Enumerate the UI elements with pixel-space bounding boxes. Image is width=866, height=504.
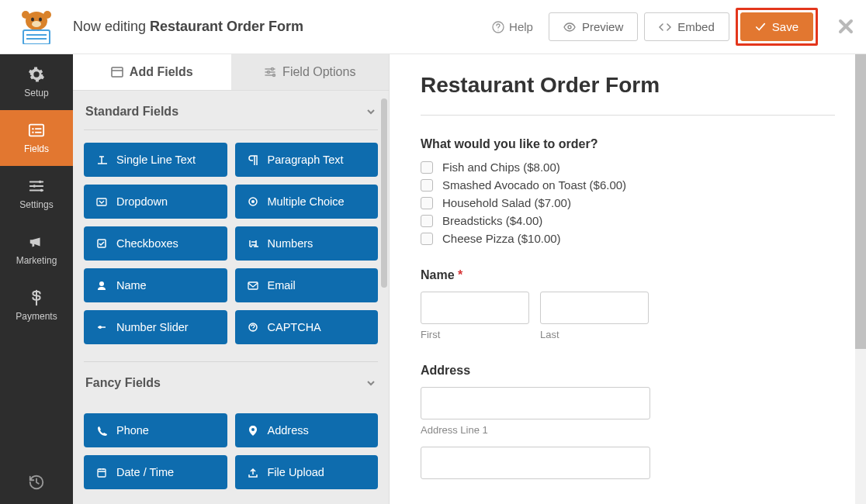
fancy-fields-grid: PhoneAddressDate / TimeFile Upload: [84, 401, 378, 489]
form-name: Restaurant Order Form: [150, 19, 303, 34]
checkbox-icon: [421, 233, 433, 245]
field-type-icon: [96, 196, 107, 207]
section-standard[interactable]: Standard Fields: [84, 91, 378, 130]
standard-fields-grid: Single Line TextParagraph TextDropdownMu…: [84, 130, 378, 344]
chevron-down-icon: [365, 378, 376, 388]
field-address[interactable]: Address Address Line 1: [421, 364, 835, 479]
sliders-icon: [28, 178, 45, 195]
field-single-line-text[interactable]: Single Line Text: [84, 143, 227, 177]
svg-point-18: [33, 185, 36, 188]
nav-payments[interactable]: Payments: [0, 278, 73, 333]
top-actions: Help Preview Embed Save: [492, 8, 866, 46]
dollar-icon: [28, 289, 45, 306]
order-option[interactable]: Breadsticks ($4.00): [421, 214, 835, 227]
field-dropdown[interactable]: Dropdown: [84, 185, 227, 219]
history-icon: [28, 474, 45, 491]
field-phone[interactable]: Phone: [84, 413, 227, 447]
check-icon: [755, 22, 766, 33]
field-number-slider[interactable]: Number Slider: [84, 310, 227, 344]
chevron-down-icon: [365, 106, 376, 117]
field-type-icon: [248, 425, 258, 436]
panel-tabs: Add Fields Field Options: [73, 54, 389, 91]
svg-point-27: [251, 200, 255, 203]
field-type-icon: [96, 154, 107, 165]
svg-point-34: [251, 428, 255, 431]
nav-fields[interactable]: Fields: [0, 110, 73, 166]
eye-icon: [563, 21, 576, 33]
address-line1-input[interactable]: [421, 387, 650, 419]
order-option[interactable]: Household Salad ($7.00): [421, 196, 835, 209]
checkbox-icon: [421, 161, 433, 174]
field-date-time[interactable]: Date / Time: [84, 455, 227, 489]
code-icon: [659, 21, 671, 33]
svg-rect-16: [35, 132, 41, 133]
save-button[interactable]: Save: [740, 12, 813, 41]
close-icon: [838, 19, 854, 34]
form-preview: Restaurant Order Form What would you lik…: [390, 54, 866, 504]
help-icon: [492, 21, 504, 33]
help-link[interactable]: Help: [492, 20, 533, 33]
tab-field-options[interactable]: Field Options: [231, 54, 390, 90]
sublabel-address1: Address Line 1: [421, 424, 835, 436]
preview-button[interactable]: Preview: [549, 12, 638, 41]
nav-marketing[interactable]: Marketing: [0, 222, 73, 278]
save-highlight: Save: [736, 8, 818, 46]
svg-point-2: [43, 11, 51, 19]
field-name[interactable]: Name: [84, 268, 227, 302]
fields-panel: Add Fields Field Options Standard Fields…: [73, 54, 390, 504]
field-numbers[interactable]: Numbers: [235, 226, 379, 261]
field-type-icon: [248, 280, 258, 291]
embed-button[interactable]: Embed: [644, 12, 729, 41]
svg-point-22: [272, 68, 274, 71]
nav-settings[interactable]: Settings: [0, 166, 73, 222]
gear-icon: [28, 66, 45, 83]
order-option[interactable]: Fish and Chips ($8.00): [421, 161, 835, 174]
field-label: What would you like to order?: [421, 137, 835, 151]
field-file-upload[interactable]: File Upload: [235, 455, 379, 489]
panel-body: Standard Fields Single Line TextParagrap…: [73, 91, 389, 504]
order-option[interactable]: Cheese Pizza ($10.00): [421, 232, 835, 245]
svg-rect-14: [35, 128, 41, 129]
window-icon: [111, 66, 123, 78]
sublabel-first: First: [421, 329, 529, 340]
list-icon: [28, 122, 45, 139]
section-fancy[interactable]: Fancy Fields: [84, 362, 378, 401]
svg-point-17: [39, 181, 42, 184]
svg-rect-20: [112, 67, 123, 77]
svg-point-24: [273, 74, 275, 77]
panel-scrollbar[interactable]: [381, 98, 387, 288]
top-bar: Now editing Restaurant Order Form Help P…: [0, 0, 866, 54]
field-email[interactable]: Email: [235, 268, 379, 302]
first-name-input[interactable]: [421, 292, 529, 324]
main: Setup Fields Settings Marketing Payments…: [0, 54, 866, 504]
svg-point-31: [99, 326, 102, 329]
field-type-icon: [96, 280, 107, 291]
field-checkboxes[interactable]: Checkboxes: [84, 226, 227, 261]
field-name[interactable]: Name * First Last: [421, 268, 835, 340]
field-type-icon: [248, 238, 258, 249]
checkbox-icon: [421, 197, 433, 209]
close-button[interactable]: [838, 15, 854, 40]
field-captcha[interactable]: CAPTCHA: [235, 310, 379, 344]
field-address[interactable]: Address: [235, 413, 379, 447]
address-line2-input[interactable]: [421, 447, 650, 479]
field-paragraph-text[interactable]: Paragraph Text: [235, 143, 379, 177]
field-type-icon: [96, 467, 107, 478]
svg-rect-12: [29, 125, 43, 136]
tab-add-fields[interactable]: Add Fields: [73, 54, 231, 90]
left-nav: Setup Fields Settings Marketing Payments: [0, 54, 73, 504]
field-order[interactable]: What would you like to order? Fish and C…: [421, 137, 835, 245]
field-multiple-choice[interactable]: Multiple Choice: [235, 185, 379, 219]
sublabel-last: Last: [540, 329, 649, 340]
nav-history[interactable]: [0, 461, 73, 504]
checkbox-icon: [421, 179, 433, 192]
checkbox-icon: [421, 215, 433, 227]
preview-scrollbar[interactable]: [855, 54, 866, 504]
field-type-icon: [96, 425, 107, 436]
last-name-input[interactable]: [540, 292, 649, 324]
nav-setup[interactable]: Setup: [0, 54, 73, 110]
svg-point-33: [252, 330, 253, 330]
field-type-icon: [248, 322, 258, 333]
field-label: Name *: [421, 268, 835, 282]
order-option[interactable]: Smashed Avocado on Toast ($6.00): [421, 178, 835, 192]
